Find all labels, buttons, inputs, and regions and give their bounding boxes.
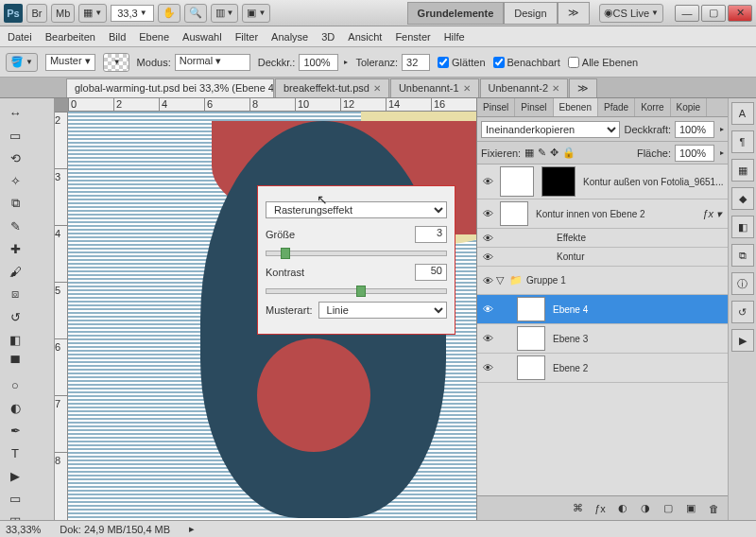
blend-mode-select[interactable]: Normal ▾ — [175, 54, 250, 71]
dock-history-icon[interactable]: ↺ — [731, 301, 754, 323]
stamp-tool[interactable]: ⧇ — [4, 284, 26, 304]
delete-layer-icon[interactable]: 🗑 — [705, 500, 722, 517]
status-zoom[interactable]: 33,33% — [6, 524, 41, 535]
doc-tab[interactable]: Unbenannt-2✕ — [480, 78, 569, 97]
cslive-button[interactable]: ◉ CS Live▼ — [599, 4, 663, 23]
menu-fenster[interactable]: Fenster — [395, 31, 430, 43]
fill-source[interactable]: Muster ▾ — [45, 54, 95, 71]
move-tool[interactable]: ↔ — [4, 102, 26, 123]
dock-paragraph-icon[interactable]: ¶ — [731, 130, 754, 153]
eraser-tool[interactable]: ◧ — [4, 329, 26, 350]
dock-actions-icon[interactable]: ▶ — [731, 329, 754, 352]
size-value[interactable]: 3 — [415, 226, 447, 243]
lasso-tool[interactable]: ⟲ — [4, 147, 26, 168]
tolerance-input[interactable] — [402, 54, 430, 71]
dock-info-icon[interactable]: ⓘ — [731, 272, 754, 295]
menu-auswahl[interactable]: Auswahl — [182, 31, 222, 43]
lock-pixels-icon[interactable]: ✎ — [538, 147, 546, 159]
close-button[interactable]: ✕ — [728, 5, 752, 22]
menu-bild[interactable]: Bild — [109, 31, 126, 43]
minibridge-button[interactable]: Mb — [51, 4, 75, 23]
zoom-level[interactable]: 33,3▼ — [111, 5, 153, 22]
dock-color-icon[interactable]: ◧ — [731, 216, 754, 238]
close-icon[interactable]: ✕ — [552, 83, 559, 94]
crop-tool[interactable]: ⧉ — [4, 193, 26, 214]
blur-tool[interactable]: ○ — [4, 374, 26, 395]
layer-row[interactable]: 👁▽📁Gruppe 1 — [477, 267, 728, 295]
visibility-icon[interactable]: 👁 — [479, 208, 496, 219]
dock-nav-icon[interactable]: ⧉ — [731, 244, 754, 267]
lock-all-icon[interactable]: 🔒 — [562, 147, 576, 159]
alllayers-checkbox[interactable]: Alle Ebenen — [568, 57, 638, 68]
screen-mode-button[interactable]: ▣▼ — [242, 4, 270, 23]
canvas[interactable]: ↖ Rasterungseffekt Größe3 Kontrast50 Mus… — [68, 112, 476, 520]
history-brush-tool[interactable]: ↺ — [4, 306, 26, 327]
pattern-type-select[interactable]: Linie — [318, 302, 447, 319]
visibility-icon[interactable]: 👁 — [479, 333, 496, 344]
layer-mask-thumbnail[interactable] — [541, 166, 576, 197]
doc-tab[interactable]: Unbenannt-1✕ — [390, 78, 479, 97]
layer-thumbnail[interactable] — [517, 326, 545, 351]
layer-blend-mode[interactable]: Ineinanderkopieren — [481, 121, 620, 138]
magic-wand-tool[interactable]: ✧ — [4, 170, 26, 191]
panel-tab-pinsel[interactable]: Pinsel — [477, 98, 515, 116]
doc-overflow[interactable]: ≫ — [569, 78, 597, 97]
workspace-more[interactable]: ≫ — [558, 2, 590, 25]
path-select-tool[interactable]: ▶ — [4, 465, 26, 486]
lock-position-icon[interactable]: ✥ — [550, 147, 558, 159]
lock-transparency-icon[interactable]: ▦ — [524, 147, 534, 159]
close-icon[interactable]: ✕ — [373, 83, 381, 94]
fx-icon[interactable]: ƒx ▾ — [698, 208, 726, 220]
bridge-button[interactable]: Br — [26, 4, 47, 23]
contrast-slider[interactable] — [266, 288, 447, 294]
hand-tool-shortcut[interactable]: ✋ — [158, 4, 180, 23]
type-tool[interactable]: T — [4, 442, 26, 463]
contiguous-checkbox[interactable]: Benachbart — [493, 57, 560, 68]
minimize-button[interactable]: — — [675, 5, 699, 22]
layer-thumbnail[interactable] — [517, 297, 545, 321]
layer-thumbnail[interactable] — [517, 355, 545, 380]
layer-row[interactable]: 👁Ebene 2 — [477, 354, 728, 383]
layer-mask-icon[interactable]: ◐ — [614, 500, 631, 517]
menu-ebene[interactable]: Ebene — [139, 31, 169, 43]
fill-input[interactable] — [675, 145, 714, 162]
panel-tab-kopie[interactable]: Kopie — [671, 98, 708, 116]
panel-tab-pfade[interactable]: Pfade — [598, 98, 635, 116]
layer-row[interactable]: 👁Effekte — [477, 229, 728, 248]
group-icon[interactable]: ▢ — [660, 500, 677, 517]
filter-select[interactable]: Rasterungseffekt — [266, 201, 447, 218]
dock-styles-icon[interactable]: ◆ — [731, 187, 754, 210]
visibility-icon[interactable]: 👁 — [479, 362, 496, 373]
panel-tab-pinsel[interactable]: Pinsel — [515, 98, 553, 116]
eyedropper-tool[interactable]: ✎ — [4, 216, 26, 236]
panel-tab-ebenen[interactable]: Ebenen — [554, 98, 598, 116]
menu-3d[interactable]: 3D — [321, 31, 335, 43]
contrast-value[interactable]: 50 — [415, 264, 447, 281]
menu-ansicht[interactable]: Ansicht — [348, 31, 382, 43]
maximize-button[interactable]: ▢ — [701, 5, 726, 22]
menu-analyse[interactable]: Analyse — [271, 31, 308, 43]
ruler-horizontal[interactable]: 0246810121416 — [68, 98, 476, 112]
healing-tool[interactable]: ✚ — [4, 238, 26, 259]
visibility-icon[interactable]: 👁 — [479, 233, 496, 244]
dock-swatches-icon[interactable]: ▦ — [731, 159, 754, 182]
dock-type-icon[interactable]: A — [731, 102, 754, 125]
menu-filter[interactable]: Filter — [235, 31, 258, 43]
layer-row[interactable]: 👁Kontur außen von Fotolia_9651... — [477, 165, 728, 199]
layer-opacity-input[interactable] — [675, 121, 714, 138]
size-slider[interactable] — [266, 251, 447, 256]
layer-row[interactable]: 👁Kontur innen von Ebene 2ƒx ▾ — [477, 199, 728, 229]
panel-tab-korre[interactable]: Korre — [635, 98, 670, 116]
menu-bearbeiten[interactable]: Bearbeiten — [45, 31, 95, 43]
dodge-tool[interactable]: ◐ — [4, 397, 26, 418]
layer-thumbnail[interactable] — [500, 201, 528, 226]
ruler-vertical[interactable]: 2345678 — [55, 112, 68, 520]
link-layers-icon[interactable]: ⌘ — [569, 500, 586, 517]
adjustment-layer-icon[interactable]: ◑ — [637, 500, 654, 517]
antialias-checkbox[interactable]: Glätten — [438, 57, 485, 68]
brush-tool[interactable]: 🖌 — [4, 261, 26, 282]
workspace-design[interactable]: Design — [504, 2, 557, 25]
arrange-docs-button[interactable]: ▥▼ — [211, 4, 239, 23]
menu-datei[interactable]: Datei — [8, 31, 32, 43]
layer-row[interactable]: 👁Ebene 4 — [477, 295, 728, 324]
